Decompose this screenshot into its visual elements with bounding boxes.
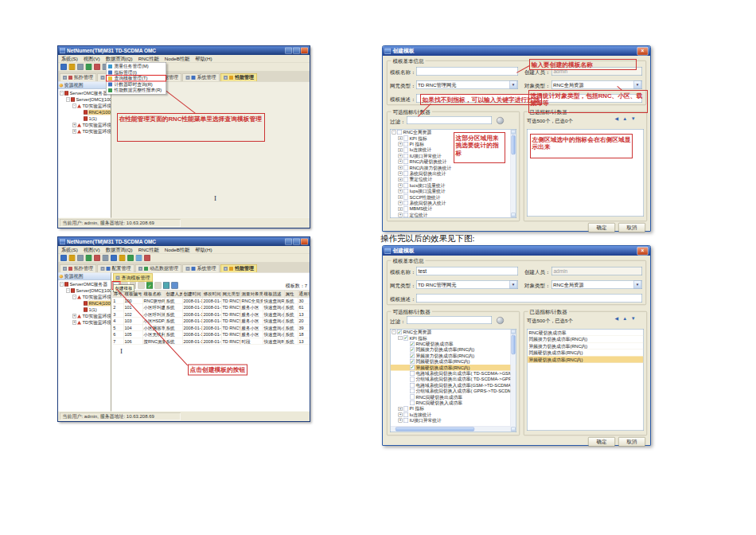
view-tab[interactable]: 性能管理 [220,265,257,273]
arrow-down-icon[interactable] [630,116,637,123]
column-header[interactable]: 修改时间 [202,291,221,298]
tree-expander-icon[interactable] [399,183,403,187]
toolbar-icon[interactable] [77,255,84,261]
table-row[interactable]: 5104小区拥塞率...系统 2008-01-1...2008-01-1...T… [112,324,310,331]
menu-item[interactable]: 数据查询(Q) [106,55,133,62]
toolbar-icon[interactable] [136,255,142,261]
checkbox[interactable] [403,418,408,423]
indicator-node[interactable]: RNC全局资源 [391,330,516,335]
tree-expander-icon[interactable] [399,407,403,411]
close-icon[interactable] [637,247,649,256]
toolbar-icon[interactable] [60,64,67,70]
obj-type-select[interactable]: RNC全局资源 [551,280,642,289]
menu-item[interactable]: 帮助(H) [195,246,212,253]
arrow-left-icon[interactable] [614,316,620,322]
print-icon[interactable] [155,283,162,289]
menu-item[interactable]: 视图(V) [84,55,100,62]
checkbox[interactable] [410,342,415,346]
ne-type-select[interactable]: TD RNC管理网元 [416,80,518,89]
column-header[interactable]: 模板名称 [142,291,165,298]
tree-expander-icon[interactable] [399,419,403,423]
filter-input[interactable] [407,116,492,124]
checkbox[interactable] [410,347,415,352]
tree-expander-icon[interactable] [399,136,403,140]
menu-option[interactable]: 查询模板管理(T) [107,76,166,82]
column-header[interactable]: 通用项 [298,291,310,298]
scrollbar-thumb[interactable] [396,428,474,432]
apply-template-icon[interactable] [146,283,153,289]
tab-close-icon[interactable] [186,267,190,271]
chevron-down-icon[interactable] [509,81,517,89]
indicator-node[interactable]: RNC内接力切换统计 [391,165,516,170]
ne-type-select[interactable]: TD RNC管理网元 [416,280,518,289]
tab-close-icon[interactable] [224,267,228,271]
vertical-scrollbar[interactable] [511,130,516,217]
tree-expander-icon[interactable] [405,353,409,357]
view-tab[interactable]: 性能管理 [220,74,257,82]
checkbox[interactable] [397,330,402,334]
indicator-node[interactable]: 重定位统计 [391,177,516,182]
menu-item[interactable]: 系统(S) [61,55,78,62]
indicator-node[interactable]: RNC间硬切换出成功率 [391,394,516,400]
menu-item[interactable]: NodeB性能 [165,246,190,253]
tree-expander-icon[interactable] [399,336,403,340]
tree-expander-icon[interactable] [399,166,403,170]
tree-expander-icon[interactable] [72,130,76,134]
ok-button[interactable]: 确定 [588,437,615,447]
tab-close-icon[interactable] [186,76,190,80]
chevron-down-icon[interactable] [633,81,641,89]
tree-node[interactable]: RNC4(1000) [58,109,111,115]
tab-close-icon[interactable] [224,76,228,80]
column-header[interactable]: 创建时间 [182,291,202,298]
selected-indicator[interactable]: RNC硬切换成功率 [528,330,644,337]
menu-item[interactable]: 帮助(H) [195,55,212,62]
tree-expander-icon[interactable] [405,360,409,364]
indicator-node[interactable]: PI 指标 [391,406,516,412]
view-template-icon[interactable] [138,283,145,289]
close-icon[interactable] [301,239,308,245]
close-icon[interactable] [637,47,649,56]
maximize-icon[interactable] [293,239,300,245]
window-titlebar[interactable]: NetNumen(TM)M31 TD-SCDMA OMC [58,46,310,55]
checkbox[interactable] [410,389,415,393]
checkbox[interactable] [403,154,408,158]
tree-expander-icon[interactable] [405,342,409,346]
horizontal-scrollbar[interactable] [391,427,511,432]
tree-node[interactable]: ServerOMC服务器 [58,281,111,287]
filter-input[interactable] [407,316,492,324]
selected-indicator[interactable]: 异频硬切换成功率(RNC内) [528,357,644,364]
indicator-node[interactable]: MBMS统计 [391,206,516,212]
refresh-icon[interactable] [172,283,178,289]
tree-expander-icon[interactable] [399,160,403,164]
checkbox[interactable] [403,183,408,188]
tree-expander-icon[interactable] [399,201,403,205]
checkbox[interactable] [403,142,408,146]
tree-expander-icon[interactable] [72,295,76,299]
checkbox[interactable] [403,201,408,205]
view-tab[interactable]: 系统管理 [183,265,220,273]
toolbar-icon[interactable] [94,255,100,261]
menu-item[interactable]: 数据查询(Q) [106,246,133,253]
arrow-up-icon[interactable] [622,316,629,322]
menu-option[interactable]: 测量任务管理(M) [107,64,166,70]
checkbox[interactable] [410,400,415,405]
tree-expander-icon[interactable] [392,131,396,135]
indicator-node[interactable]: 定位统计 [391,212,516,217]
tree-expander-icon[interactable] [405,400,409,404]
tree-node[interactable]: TD实验室环境RNC5( [58,122,111,128]
tree-expander-icon[interactable] [399,178,403,182]
tree-expander-icon[interactable] [399,148,403,152]
toolbar-icon[interactable] [69,255,76,261]
arrow-up-icon[interactable] [622,116,629,123]
indicator-node[interactable]: RNC间硬切换入成功率 [391,400,516,405]
minimize-icon[interactable] [285,48,292,54]
indicator-node[interactable]: 分组域系统间切换出成功率( TD-SCDMA->GPR [391,377,516,382]
tree-expander-icon[interactable] [399,195,403,199]
tree-expander-icon[interactable] [399,154,403,158]
checkbox[interactable] [403,336,408,341]
checkbox[interactable] [403,166,408,170]
tree-expander-icon[interactable] [399,171,403,175]
checkbox[interactable] [410,353,415,358]
indicator-node[interactable]: SCCP性能统计 [391,194,516,200]
tree-expander-icon[interactable] [405,365,409,369]
